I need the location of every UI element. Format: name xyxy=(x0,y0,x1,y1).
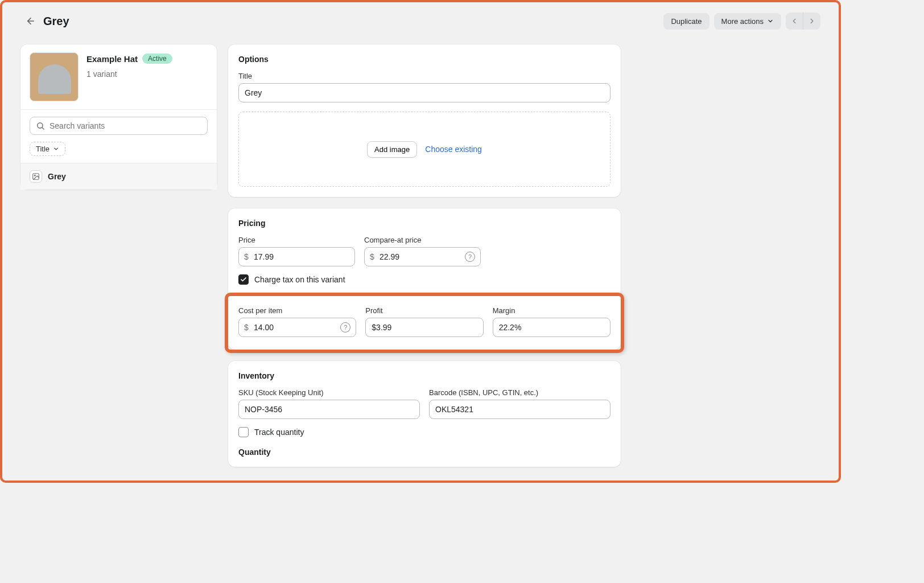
add-image-button[interactable]: Add image xyxy=(367,141,417,158)
charge-tax-checkbox[interactable] xyxy=(238,274,249,285)
options-card: Options Title Add image Choose existing xyxy=(228,44,621,197)
pager xyxy=(786,13,820,30)
pager-prev-button[interactable] xyxy=(786,13,803,30)
inventory-heading: Inventory xyxy=(238,371,610,380)
charge-tax-label: Charge tax on this variant xyxy=(254,275,345,284)
more-actions-label: More actions xyxy=(721,17,764,26)
sku-label: SKU (Stock Keeping Unit) xyxy=(238,388,420,397)
pager-next-button[interactable] xyxy=(803,13,820,30)
chevron-left-icon xyxy=(790,17,798,25)
back-arrow-icon[interactable] xyxy=(25,15,36,27)
barcode-input[interactable] xyxy=(429,400,610,419)
options-heading: Options xyxy=(238,55,610,64)
title-filter-label: Title xyxy=(36,145,50,153)
search-variants-field[interactable] xyxy=(30,117,208,135)
product-summary-card: Example Hat Active 1 variant Title xyxy=(20,44,217,190)
duplicate-button[interactable]: Duplicate xyxy=(663,13,709,30)
price-input[interactable] xyxy=(238,247,355,266)
pricing-heading: Pricing xyxy=(238,219,610,228)
svg-line-2 xyxy=(42,128,44,129)
product-thumbnail[interactable] xyxy=(30,52,79,101)
cost-profit-margin-row: Cost per item $ ? Profit M xyxy=(225,293,624,353)
cost-input[interactable] xyxy=(238,318,356,337)
currency-prefix: $ xyxy=(370,252,374,261)
barcode-label: Barcode (ISBN, UPC, GTIN, etc.) xyxy=(429,388,610,397)
margin-input[interactable] xyxy=(493,318,610,337)
variant-list-item[interactable]: Grey xyxy=(20,163,217,190)
chevron-down-icon xyxy=(767,18,774,24)
variant-count: 1 variant xyxy=(86,69,172,79)
more-actions-button[interactable]: More actions xyxy=(714,13,781,30)
compare-price-label: Compare-at price xyxy=(364,236,481,244)
page-title: Grey xyxy=(43,15,69,28)
track-quantity-label: Track quantity xyxy=(254,428,304,437)
chevron-down-icon xyxy=(53,146,59,152)
product-name: Example Hat xyxy=(86,54,138,64)
margin-label: Margin xyxy=(493,306,610,315)
check-icon xyxy=(240,276,247,283)
inventory-card: Inventory SKU (Stock Keeping Unit) Barco… xyxy=(228,361,621,467)
image-icon xyxy=(30,170,42,183)
chevron-right-icon xyxy=(808,17,816,25)
help-icon[interactable]: ? xyxy=(340,322,350,332)
compare-price-input[interactable] xyxy=(364,247,481,266)
currency-prefix: $ xyxy=(244,323,249,332)
track-quantity-checkbox[interactable] xyxy=(238,427,249,437)
status-badge: Active xyxy=(142,54,172,64)
price-label: Price xyxy=(238,236,355,244)
image-dropzone[interactable]: Add image Choose existing xyxy=(238,112,610,187)
choose-existing-link[interactable]: Choose existing xyxy=(425,145,482,154)
help-icon[interactable]: ? xyxy=(465,252,475,262)
title-input[interactable] xyxy=(238,83,610,102)
profit-input[interactable] xyxy=(365,318,483,337)
sku-input[interactable] xyxy=(238,400,420,419)
quantity-heading: Quantity xyxy=(238,447,610,457)
currency-prefix: $ xyxy=(244,252,249,261)
search-icon xyxy=(36,121,45,130)
cost-label: Cost per item xyxy=(238,306,356,315)
variant-label: Grey xyxy=(48,172,66,181)
title-filter-chip[interactable]: Title xyxy=(30,142,65,156)
profit-label: Profit xyxy=(365,306,483,315)
search-input[interactable] xyxy=(50,121,201,130)
title-field-label: Title xyxy=(238,72,610,80)
page-header: Grey Duplicate More actions xyxy=(2,2,839,34)
pricing-card: Pricing Price $ Compare-at price $ xyxy=(228,208,621,350)
svg-point-4 xyxy=(34,175,35,176)
